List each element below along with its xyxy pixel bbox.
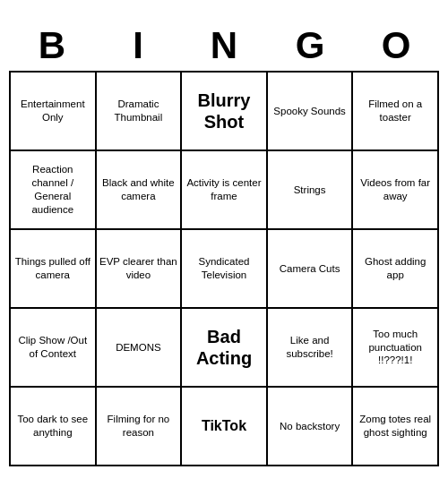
bingo-cell-19: Too much punctuation !!???!1! [353, 309, 439, 388]
bingo-letter-g: G [271, 24, 349, 67]
bingo-cell-24: Zomg totes real ghost sighting [353, 388, 439, 466]
bingo-cell-8: Strings [268, 151, 354, 230]
bingo-cell-6: Black and white camera [97, 151, 183, 230]
bingo-header: BINGO [9, 21, 439, 71]
bingo-cell-23: No backstory [268, 388, 354, 466]
bingo-letter-o: O [357, 24, 435, 67]
bingo-letter-b: B [13, 24, 91, 67]
bingo-cell-13: Camera Cuts [268, 230, 354, 309]
bingo-cell-9: Videos from far away [353, 151, 439, 230]
bingo-cell-18: Like and subscribe! [268, 309, 354, 388]
bingo-cell-1: Dramatic Thumbnail [97, 73, 183, 151]
bingo-cell-11: EVP clearer than video [97, 230, 183, 309]
bingo-letter-n: N [185, 24, 263, 67]
bingo-cell-16: DEMONS [97, 309, 183, 388]
bingo-cell-4: Filmed on a toaster [353, 73, 439, 151]
bingo-grid: Entertainment OnlyDramatic ThumbnailBlur… [9, 71, 439, 466]
bingo-cell-5: Reaction channel / General audience [11, 151, 97, 230]
bingo-cell-7: Activity is center frame [182, 151, 268, 230]
bingo-cell-17: Bad Acting [182, 309, 268, 388]
bingo-cell-21: Filming for no reason [97, 388, 183, 466]
bingo-cell-10: Things pulled off camera [11, 230, 97, 309]
bingo-cell-15: Clip Show /Out of Context [11, 309, 97, 388]
bingo-letter-i: I [99, 24, 177, 67]
bingo-card: BINGO Entertainment OnlyDramatic Thumbna… [9, 21, 439, 466]
bingo-cell-20: Too dark to see anything [11, 388, 97, 466]
bingo-cell-22: TikTok [182, 388, 268, 466]
bingo-cell-14: Ghost adding app [353, 230, 439, 309]
bingo-cell-2: Blurry Shot [182, 73, 268, 151]
bingo-cell-3: Spooky Sounds [268, 73, 354, 151]
bingo-cell-0: Entertainment Only [11, 73, 97, 151]
bingo-cell-12: Syndicated Television [182, 230, 268, 309]
